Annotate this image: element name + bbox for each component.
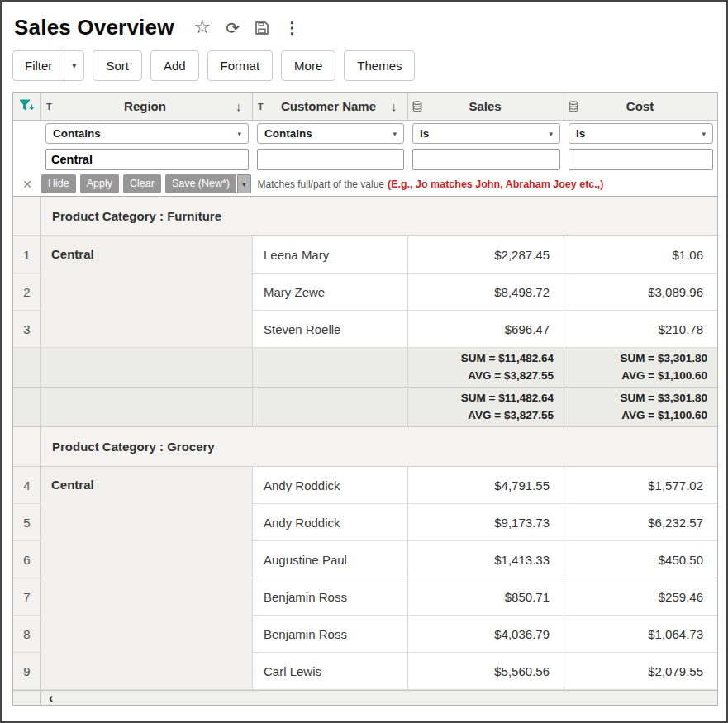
save-new-button[interactable]: Save (New*): [165, 174, 236, 193]
cost-cell[interactable]: $6,232.57: [564, 504, 717, 540]
region-subtotal-row: SUM = $11,482.64 AVG = $3,827.55 SUM = $…: [13, 348, 717, 388]
cost-cell[interactable]: $1,577.02: [564, 467, 717, 503]
selected-condition: Contains: [264, 127, 312, 140]
more-options-icon[interactable]: ⋮: [284, 20, 300, 36]
row-number[interactable]: 1: [13, 236, 41, 274]
filter-dropdown-caret-icon[interactable]: ▾: [64, 51, 83, 80]
group-header-grocery: Product Category : Grocery: [13, 427, 717, 467]
sales-sum: SUM = $11,482.64: [461, 390, 554, 407]
table-header-row: T Region ↓ T Customer Name ↓ Sales: [13, 93, 717, 121]
table-row: Benjamin Ross $4,036.79 $1,064.73: [253, 616, 717, 653]
add-button[interactable]: Add: [150, 50, 199, 81]
table-row: Steven Roelle $696.47 $210.78: [253, 311, 717, 348]
cost-cell[interactable]: $450.50: [564, 541, 717, 578]
region-filter-condition-select[interactable]: Contains ▾: [45, 123, 249, 144]
customer-cell[interactable]: Mary Zewe: [253, 274, 408, 310]
sales-cell[interactable]: $9,173.73: [408, 504, 564, 540]
region-filter-input[interactable]: [45, 149, 249, 170]
customer-cell[interactable]: Andy Roddick: [253, 467, 408, 503]
save-icon[interactable]: [255, 21, 269, 36]
region-merged-cell[interactable]: Central: [41, 467, 253, 690]
save-dropdown-caret-icon[interactable]: ▾: [237, 174, 251, 193]
column-header-sales[interactable]: Sales: [408, 93, 564, 120]
cost-cell[interactable]: $259.46: [564, 578, 717, 615]
table-row: Carl Lewis $5,560.56 $2,079.55: [253, 653, 717, 690]
scroll-left-icon[interactable]: ‹: [41, 692, 53, 705]
cost-sum: SUM = $3,301.80: [621, 350, 707, 368]
cost-filter-condition-select[interactable]: Is ▾: [569, 123, 713, 144]
row-number-column: 1 2 3: [13, 236, 41, 348]
subtotal-sales-cell: SUM = $11,482.64 AVG = $3,827.55: [408, 348, 564, 387]
table-row: Leena Mary $2,287.45 $1.06: [253, 236, 717, 274]
group-header-furniture: Product Category : Furniture: [13, 197, 717, 236]
table-row: Mary Zewe $8,498.72 $3,089.96: [253, 274, 717, 311]
cost-sum: SUM = $3,301.80: [621, 390, 707, 407]
cost-cell[interactable]: $210.78: [564, 311, 717, 347]
chevron-down-icon: ▾: [237, 130, 241, 138]
themes-button[interactable]: Themes: [344, 50, 415, 81]
sort-button[interactable]: Sort: [93, 50, 142, 81]
sales-sum: SUM = $11,482.64: [461, 350, 554, 368]
cost-cell[interactable]: $1,064.73: [564, 616, 717, 652]
hide-button[interactable]: Hide: [41, 174, 76, 193]
row-number[interactable]: 8: [13, 616, 41, 653]
sort-descending-icon[interactable]: ↓: [391, 99, 407, 113]
cost-filter-input[interactable]: [569, 149, 713, 170]
customer-cell[interactable]: Benjamin Ross: [253, 616, 408, 652]
group-label: Product Category : Furniture: [41, 197, 221, 235]
filter-sort-corner-cell[interactable]: [13, 93, 41, 120]
horizontal-scrollbar[interactable]: ‹: [13, 690, 717, 705]
format-button[interactable]: Format: [207, 50, 274, 81]
page-title: Sales Overview: [14, 15, 174, 40]
favorite-star-icon[interactable]: ☆: [194, 17, 212, 36]
sales-cell[interactable]: $850.71: [408, 578, 564, 615]
row-number[interactable]: 2: [13, 274, 41, 311]
more-button[interactable]: More: [281, 50, 335, 81]
close-filter-icon[interactable]: ✕: [13, 178, 41, 191]
save-split-button[interactable]: Save (New*) ▾: [165, 174, 251, 193]
customer-filter-input[interactable]: [257, 149, 404, 170]
filter-action-bar: ✕ Hide Apply Clear Save (New*) ▾ Matches…: [13, 172, 717, 197]
filter-hint-text: Matches full/part of the value: [258, 178, 384, 190]
row-number[interactable]: 7: [13, 578, 41, 616]
row-number[interactable]: 6: [13, 541, 41, 578]
sales-filter-condition-select[interactable]: Is ▾: [412, 123, 560, 144]
filter-button[interactable]: Filter: [13, 51, 64, 80]
filter-funnel-icon[interactable]: [19, 99, 35, 113]
customer-cell[interactable]: Leena Mary: [253, 236, 408, 273]
column-header-customer-name[interactable]: T Customer Name ↓: [253, 93, 408, 120]
apply-button[interactable]: Apply: [80, 174, 119, 193]
filter-condition-row: Contains ▾ Contains ▾ Is ▾ Is ▾: [13, 121, 717, 146]
sales-cell[interactable]: $1,413.33: [408, 541, 564, 578]
cost-cell[interactable]: $3,089.96: [564, 274, 717, 310]
customer-cell[interactable]: Steven Roelle: [253, 311, 408, 347]
sales-cell[interactable]: $8,498.72: [408, 274, 564, 310]
row-number[interactable]: 9: [13, 653, 41, 690]
group-header-number-cell: [13, 427, 41, 466]
column-header-cost[interactable]: Cost: [564, 93, 717, 120]
sales-cell[interactable]: $2,287.45: [408, 236, 564, 273]
refresh-icon[interactable]: ⟳: [226, 20, 240, 36]
customer-cell[interactable]: Carl Lewis: [253, 653, 408, 689]
customer-filter-condition-select[interactable]: Contains ▾: [257, 123, 404, 144]
filter-split-button[interactable]: Filter ▾: [12, 50, 84, 81]
cost-cell[interactable]: $1.06: [564, 236, 717, 273]
sales-cell[interactable]: $5,560.56: [408, 653, 564, 689]
region-merged-cell[interactable]: Central: [41, 236, 253, 348]
customer-cell[interactable]: Benjamin Ross: [253, 578, 408, 615]
customer-cell[interactable]: Augustine Paul: [253, 541, 408, 578]
sales-cell[interactable]: $4,791.55: [408, 467, 564, 503]
sales-avg: AVG = $3,827.55: [468, 368, 554, 385]
column-header-region[interactable]: T Region ↓: [41, 93, 253, 120]
sales-cell[interactable]: $696.47: [408, 311, 564, 347]
customer-cell[interactable]: Andy Roddick: [253, 504, 408, 540]
sort-descending-icon[interactable]: ↓: [236, 99, 252, 113]
sales-cell[interactable]: $4,036.79: [408, 616, 564, 652]
sales-filter-input[interactable]: [412, 149, 560, 170]
total-cost-cell: SUM = $3,301.80 AVG = $1,100.60: [564, 388, 717, 426]
row-number[interactable]: 4: [13, 467, 41, 504]
row-number[interactable]: 5: [13, 504, 41, 541]
cost-cell[interactable]: $2,079.55: [564, 653, 717, 689]
clear-button[interactable]: Clear: [123, 174, 161, 193]
row-number[interactable]: 3: [13, 311, 41, 348]
